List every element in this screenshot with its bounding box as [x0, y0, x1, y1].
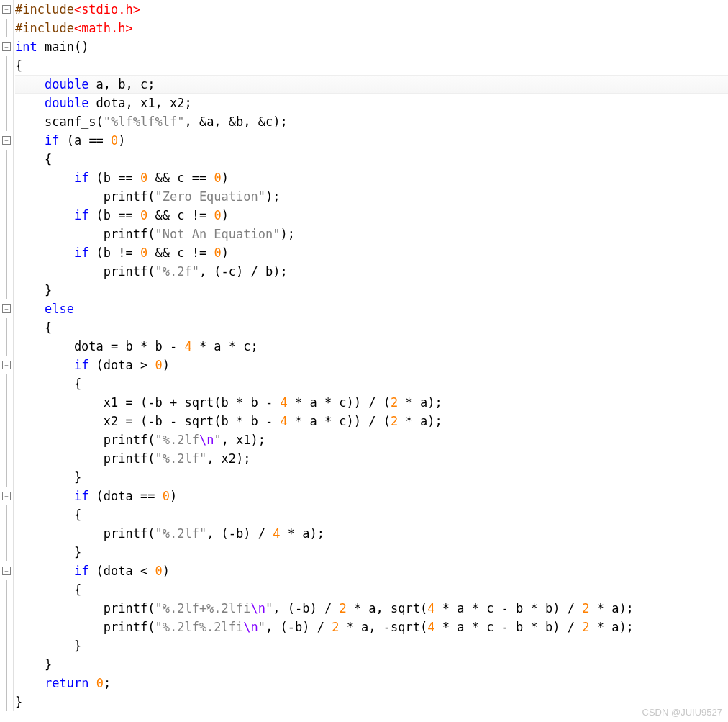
code-line[interactable]: {	[15, 505, 728, 524]
fold-toggle-icon[interactable]: −	[2, 42, 11, 51]
fold-tree-line	[6, 524, 7, 543]
code-line[interactable]: {	[15, 318, 728, 337]
fold-toggle-icon[interactable]: −	[2, 361, 11, 369]
fold-tree-line	[6, 243, 7, 262]
gutter-cell	[0, 692, 13, 711]
fold-tree-line	[6, 337, 7, 356]
gutter-cell	[0, 281, 13, 299]
code-line[interactable]: if (dota > 0)	[15, 356, 728, 374]
code-line[interactable]: if (b == 0 && c == 0)	[15, 168, 728, 187]
fold-tree-line	[6, 692, 7, 711]
fold-toggle-icon[interactable]: −	[2, 136, 11, 145]
fold-tree-line	[6, 112, 7, 131]
code-line[interactable]: printf("%.2f", (-c) / b);	[15, 262, 728, 281]
code-line[interactable]: }	[15, 655, 728, 674]
fold-tree-line	[6, 56, 7, 75]
fold-toggle-icon[interactable]: −	[2, 492, 11, 500]
fold-tree-line	[6, 430, 7, 449]
gutter-cell	[0, 412, 13, 430]
code-line[interactable]: return 0;	[15, 674, 728, 692]
gutter-cell	[0, 524, 13, 543]
code-line[interactable]: x2 = (-b - sqrt(b * b - 4 * a * c)) / (2…	[15, 412, 728, 430]
gutter-cell: −	[0, 299, 13, 318]
code-line[interactable]: int main()	[15, 37, 728, 56]
code-line[interactable]: printf("%.2lf%.2lfi\n", (-b) / 2 * a, -s…	[15, 618, 728, 636]
gutter-cell	[0, 599, 13, 618]
code-line[interactable]: if (b == 0 && c != 0)	[15, 206, 728, 225]
code-line[interactable]: if (a == 0)	[15, 131, 728, 150]
code-editor: −−−−−−− #include<stdio.h>#include<math.h…	[0, 0, 728, 711]
code-line[interactable]: {	[15, 56, 728, 75]
code-area: #include<stdio.h>#include<math.h>int mai…	[14, 0, 728, 711]
fold-tree-line	[6, 225, 7, 243]
fold-tree-line	[6, 580, 7, 599]
gutter-cell	[0, 393, 13, 412]
fold-toggle-icon[interactable]: −	[2, 567, 11, 575]
fold-tree-line	[6, 94, 7, 112]
code-line[interactable]: printf("%.2lf", (-b) / 4 * a);	[15, 524, 728, 543]
code-line[interactable]: printf("%.2lf", x2);	[15, 449, 728, 468]
gutter-cell	[0, 430, 13, 449]
code-line[interactable]: }	[15, 692, 728, 711]
fold-toggle-icon[interactable]: −	[2, 304, 11, 313]
code-line[interactable]: else	[15, 299, 728, 318]
code-line[interactable]: double a, b, c;	[15, 75, 728, 94]
watermark: CSDN @JUIU9527	[642, 707, 722, 711]
fold-gutter: −−−−−−−	[0, 0, 14, 711]
code-line[interactable]: printf("Zero Equation");	[15, 187, 728, 206]
fold-tree-line	[6, 599, 7, 618]
code-line[interactable]: #include<math.h>	[15, 19, 728, 37]
fold-tree-line	[6, 505, 7, 524]
code-line[interactable]: dota = b * b - 4 * a * c;	[15, 337, 728, 356]
code-line[interactable]: {	[15, 580, 728, 599]
fold-tree-line	[6, 168, 7, 187]
fold-tree-line	[6, 636, 7, 655]
code-line[interactable]: {	[15, 150, 728, 168]
gutter-cell: −	[0, 131, 13, 150]
code-line[interactable]: }	[15, 281, 728, 299]
fold-tree-line	[6, 206, 7, 225]
code-line[interactable]: if (dota == 0)	[15, 487, 728, 505]
gutter-cell	[0, 505, 13, 524]
code-line[interactable]: }	[15, 543, 728, 561]
gutter-cell	[0, 636, 13, 655]
fold-tree-line	[6, 674, 7, 692]
gutter-cell: −	[0, 356, 13, 374]
fold-tree-line	[6, 187, 7, 206]
fold-tree-line	[6, 618, 7, 636]
code-line[interactable]: printf("Not An Equation");	[15, 225, 728, 243]
fold-tree-line	[6, 262, 7, 281]
code-line[interactable]: printf("%.2lf+%.2lfi\n", (-b) / 2 * a, s…	[15, 599, 728, 618]
code-line[interactable]: x1 = (-b + sqrt(b * b - 4 * a * c)) / (2…	[15, 393, 728, 412]
gutter-cell	[0, 655, 13, 674]
gutter-cell	[0, 94, 13, 112]
code-line[interactable]: }	[15, 468, 728, 487]
code-line[interactable]: if (dota < 0)	[15, 561, 728, 580]
fold-toggle-icon[interactable]: −	[2, 5, 11, 14]
gutter-cell	[0, 318, 13, 337]
gutter-cell: −	[0, 37, 13, 56]
code-line[interactable]: {	[15, 374, 728, 393]
gutter-cell	[0, 337, 13, 356]
fold-tree-line	[6, 468, 7, 487]
code-line[interactable]: if (b != 0 && c != 0)	[15, 243, 728, 262]
code-line[interactable]: printf("%.2lf\n", x1);	[15, 430, 728, 449]
code-line[interactable]: scanf_s("%lf%lf%lf", &a, &b, &c);	[15, 112, 728, 131]
gutter-cell	[0, 187, 13, 206]
gutter-cell	[0, 374, 13, 393]
gutter-cell	[0, 56, 13, 75]
code-line[interactable]: }	[15, 636, 728, 655]
gutter-cell	[0, 580, 13, 599]
fold-tree-line	[6, 281, 7, 299]
gutter-cell	[0, 168, 13, 187]
gutter-cell: −	[0, 561, 13, 580]
fold-tree-line	[6, 412, 7, 430]
fold-tree-line	[6, 318, 7, 337]
gutter-cell	[0, 206, 13, 225]
gutter-cell: −	[0, 0, 13, 19]
code-line[interactable]: #include<stdio.h>	[15, 0, 728, 19]
fold-tree-line	[6, 374, 7, 393]
gutter-cell	[0, 468, 13, 487]
gutter-cell	[0, 19, 13, 37]
code-line[interactable]: double dota, x1, x2;	[15, 94, 728, 112]
